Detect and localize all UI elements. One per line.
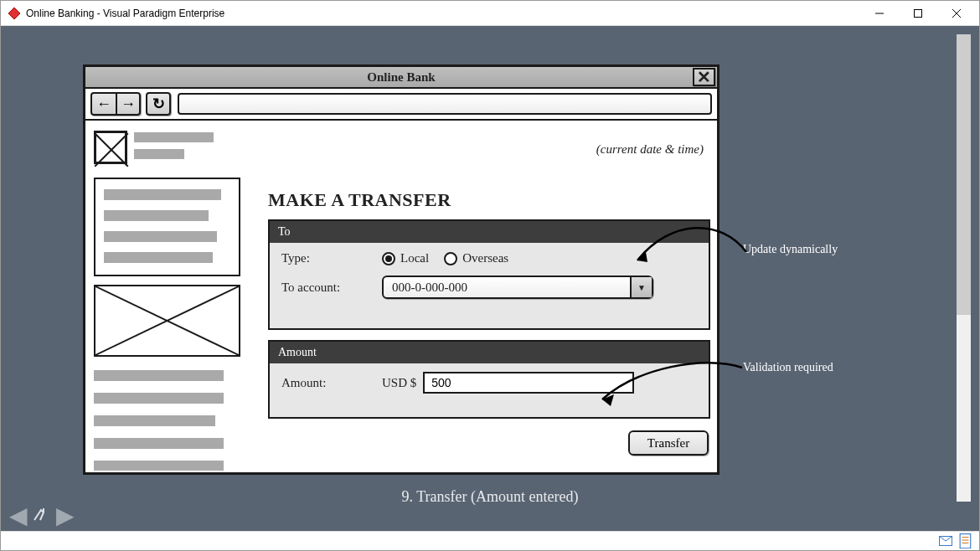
amount-input[interactable] xyxy=(423,372,634,394)
sidebar-item[interactable] xyxy=(94,461,224,471)
window-title: Online Banking - Visual Paradigm Enterpr… xyxy=(26,8,860,19)
radio-overseas[interactable] xyxy=(444,252,457,265)
status-bar xyxy=(1,531,979,550)
forward-button[interactable]: → xyxy=(116,94,139,114)
wireframe-toolbar: ← → ↻ xyxy=(85,89,717,121)
mail-icon[interactable] xyxy=(939,534,952,548)
annotation-update: Update dynamically xyxy=(743,243,838,256)
document-icon[interactable] xyxy=(959,534,972,548)
chevron-down-icon[interactable]: ▼ xyxy=(630,277,652,297)
wireframe-browser: Online Bank ✕ ← → ↻ (current date & time… xyxy=(83,64,720,475)
prev-slide-button[interactable]: ◀ xyxy=(9,502,28,529)
wireframe-title: Online Bank xyxy=(367,70,435,85)
wireframe-titlebar: Online Bank ✕ xyxy=(85,67,717,89)
annotation-validation: Validation required xyxy=(743,361,833,374)
wireframe-content: (current date & time) MA xyxy=(85,121,717,471)
vertical-scrollbar[interactable] xyxy=(957,34,971,502)
placeholder-line xyxy=(134,132,214,142)
type-label: Type: xyxy=(281,251,374,265)
svg-rect-2 xyxy=(915,9,922,17)
next-slide-button[interactable]: ▶ xyxy=(56,502,75,529)
reload-button[interactable]: ↻ xyxy=(146,92,171,116)
address-bar[interactable] xyxy=(178,93,712,115)
amount-panel: Amount Amount: USD $ xyxy=(268,340,710,419)
app-window: Online Banking - Visual Paradigm Enterpr… xyxy=(0,0,980,551)
radio-overseas-label[interactable]: Overseas xyxy=(462,251,508,265)
close-button[interactable] xyxy=(937,1,976,25)
sidebar-item[interactable] xyxy=(94,370,224,381)
placeholder-line xyxy=(134,149,184,159)
image-placeholder-icon xyxy=(94,285,240,357)
sidebar-item[interactable] xyxy=(94,393,224,404)
titlebar: Online Banking - Visual Paradigm Enterpr… xyxy=(1,1,979,26)
to-panel-title: To xyxy=(270,221,709,243)
svg-rect-10 xyxy=(960,533,971,548)
back-button[interactable]: ← xyxy=(92,94,116,114)
avatar-placeholder-icon xyxy=(94,131,127,164)
app-logo-icon xyxy=(8,7,21,20)
scrollbar-thumb[interactable] xyxy=(957,34,971,315)
to-account-value: 000-0-000-000 xyxy=(384,281,476,295)
sidebar-item[interactable] xyxy=(94,438,224,449)
sidebar-item[interactable] xyxy=(94,415,215,426)
nav-group: ← → xyxy=(90,92,141,116)
sidebar-item[interactable] xyxy=(104,189,221,200)
radio-local-label[interactable]: Local xyxy=(400,251,429,265)
amount-panel-title: Amount xyxy=(270,342,709,363)
to-account-label: To account: xyxy=(281,281,374,295)
to-account-dropdown[interactable]: 000-0-000-000 ▼ xyxy=(382,276,653,299)
datetime-label: (current date & time) xyxy=(596,142,704,157)
sidebar-item[interactable] xyxy=(104,231,217,242)
page-heading: MAKE A TRANSFER xyxy=(268,189,451,211)
diagram-canvas[interactable]: Online Bank ✕ ← → ↻ (current date & time… xyxy=(1,26,979,531)
radio-local[interactable] xyxy=(382,252,395,265)
slide-caption: 9. Transfer (Amount entered) xyxy=(1,488,979,506)
transfer-button[interactable]: Transfer xyxy=(628,430,709,456)
amount-label: Amount: xyxy=(281,376,374,390)
sidebar-item[interactable] xyxy=(104,252,213,263)
currency-label: USD $ xyxy=(382,376,416,390)
to-panel: To Type: Local Overseas To account: xyxy=(268,219,710,330)
sidebar-menu xyxy=(94,178,240,276)
sidebar-item[interactable] xyxy=(104,210,209,221)
transition-icon[interactable] xyxy=(33,507,51,524)
wireframe-close-icon[interactable]: ✕ xyxy=(693,68,715,86)
svg-marker-0 xyxy=(8,8,20,19)
maximize-button[interactable] xyxy=(899,1,937,25)
slide-nav: ◀ ▶ xyxy=(9,502,75,529)
sidebar-lower xyxy=(94,370,224,471)
minimize-button[interactable] xyxy=(860,1,899,25)
